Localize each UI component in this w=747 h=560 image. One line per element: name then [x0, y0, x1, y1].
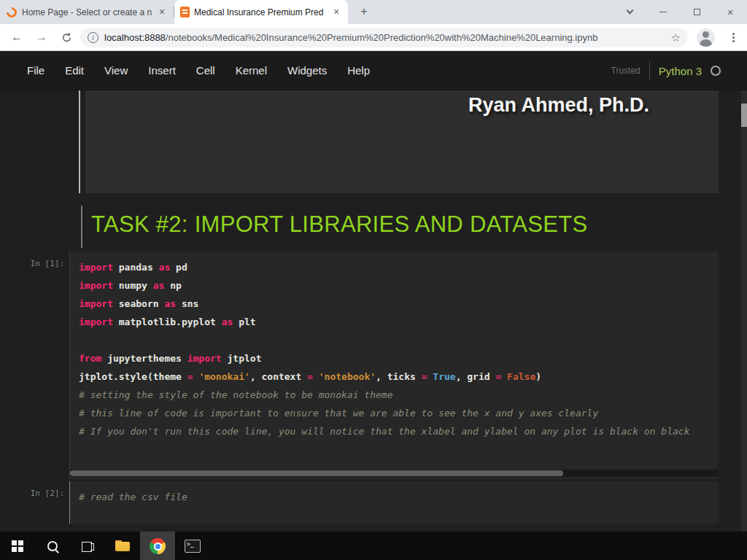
menu-view[interactable]: View [94, 58, 138, 82]
notebook-area: Ryan Ahmed, Ph.D. TASK #2: IMPORT LIBRAR… [0, 90, 747, 531]
code-lines: import pandas as pdimport numpy as npimp… [79, 258, 710, 440]
tab-search-chevron-icon[interactable] [627, 7, 634, 15]
banner-markdown-cell[interactable]: Ryan Ahmed, Ph.D. [85, 90, 719, 193]
horizontal-scrollbar[interactable] [70, 470, 719, 477]
task-view-icon [81, 540, 94, 553]
notebook-scrollbar[interactable] [741, 90, 747, 531]
windows-taskbar [0, 531, 747, 560]
window-maximize-button[interactable] [680, 0, 713, 24]
refresh-button[interactable] [57, 28, 76, 47]
kernel-name: Python 3 [659, 65, 702, 77]
jupyter-menubar: File Edit View Insert Cell Kernel Widget… [0, 51, 747, 90]
window-minimize-button[interactable] [646, 0, 680, 24]
search-icon [46, 540, 59, 553]
start-button[interactable] [0, 532, 35, 560]
menu-kernel[interactable]: Kernel [225, 58, 277, 82]
tab-notebook[interactable]: Medical Insurance Premium Pred × [174, 0, 348, 24]
scrollbar-thumb[interactable] [70, 470, 563, 476]
back-button[interactable]: ← [7, 28, 26, 47]
code-line: import seaborn as sns [79, 295, 710, 313]
menu-edit[interactable]: Edit [55, 58, 94, 82]
menu-insert[interactable]: Insert [138, 58, 186, 82]
taskbar-search-button[interactable] [35, 532, 70, 560]
url-host: localhost:8888 [104, 32, 166, 43]
banner-author-text: Ryan Ahmed, Ph.D. [468, 94, 649, 117]
tab-close-icon[interactable]: × [330, 7, 342, 18]
address-bar[interactable]: i localhost:8888/notebooks/Medical%20Ins… [80, 28, 688, 47]
terminal-icon [185, 540, 201, 553]
tab-close-icon[interactable]: × [156, 7, 168, 18]
code-line [79, 331, 710, 349]
chrome-button[interactable] [140, 532, 175, 560]
windows-logo-icon [12, 540, 23, 552]
menu-help[interactable]: Help [337, 58, 380, 82]
desktop-screen: Home Page - Select or create a n × Medic… [0, 0, 747, 560]
jupyter-favicon [6, 7, 18, 18]
selected-cell-indicator [79, 90, 80, 193]
forward-button[interactable]: → [32, 28, 51, 47]
jupyter-notebook-favicon [180, 7, 190, 18]
bookmark-star-icon[interactable]: ☆ [671, 31, 681, 44]
code-cell-2: In [2]: # read the csv file [0, 481, 747, 524]
trusted-status: Trusted [611, 66, 640, 76]
minimize-icon [659, 12, 667, 12]
tab-title: Home Page - Select or create a n [22, 7, 152, 18]
file-explorer-button[interactable] [105, 532, 140, 560]
menu-cell[interactable]: Cell [186, 58, 225, 82]
page-info-icon[interactable]: i [88, 32, 98, 43]
task-view-button[interactable] [70, 532, 105, 560]
tab-title: Medical Insurance Premium Pred [194, 7, 326, 18]
code-line: # this line of code is important to ensu… [79, 404, 710, 422]
code-line: import numpy as np [79, 276, 710, 295]
refresh-icon [61, 32, 72, 43]
section-heading[interactable]: TASK #2: IMPORT LIBRARIES AND DATASETS [91, 211, 587, 238]
code-line: # read the csv file [79, 488, 710, 506]
cell-prompt: In [2]: [0, 489, 64, 498]
menu-widgets[interactable]: Widgets [277, 58, 337, 82]
window-close-button[interactable]: × [713, 0, 747, 24]
terminal-button[interactable] [175, 532, 210, 560]
browser-tab-bar: Home Page - Select or create a n × Medic… [0, 0, 747, 24]
folder-icon [115, 540, 130, 552]
tab-home-page[interactable]: Home Page - Select or create a n × [0, 0, 174, 24]
code-editor[interactable]: import pandas as pdimport numpy as npimp… [69, 252, 719, 479]
code-line: # setting the style of the notebook to b… [79, 386, 710, 404]
profile-avatar[interactable] [697, 28, 715, 47]
new-tab-button[interactable]: + [357, 4, 371, 19]
url-text: localhost:8888/notebooks/Medical%20Insur… [104, 32, 665, 43]
code-line: # If you don't run this code line, you w… [79, 422, 710, 440]
code-line: import matplotlib.pyplot as plt [79, 313, 710, 331]
cell-prompt: In [1]: [0, 259, 64, 268]
menubar-divider [649, 61, 650, 80]
close-icon: × [727, 7, 733, 18]
scrollbar-thumb[interactable] [741, 104, 747, 127]
heading-cell-indicator [81, 206, 82, 248]
code-editor[interactable]: # read the csv file [69, 481, 719, 524]
code-line: jtplot.style(theme = 'monokai', context … [79, 368, 710, 386]
code-lines: # read the csv file [79, 488, 710, 506]
code-line: from jupyterthemes import jtplot [79, 349, 710, 368]
code-line: import pandas as pd [79, 258, 710, 276]
chrome-icon [150, 538, 166, 554]
menu-file[interactable]: File [17, 58, 55, 82]
kernel-status-area: Trusted Python 3 [611, 51, 721, 90]
code-cell-1: In [1]: import pandas as pdimport numpy … [0, 252, 747, 479]
maximize-icon [694, 9, 700, 15]
kernel-idle-icon [711, 66, 721, 76]
browser-toolbar: ← → i localhost:8888/notebooks/Medical%2… [0, 24, 747, 51]
url-path: /notebooks/Medical%20Insurance%20Premium… [166, 32, 598, 43]
browser-menu-icon[interactable] [732, 33, 735, 35]
